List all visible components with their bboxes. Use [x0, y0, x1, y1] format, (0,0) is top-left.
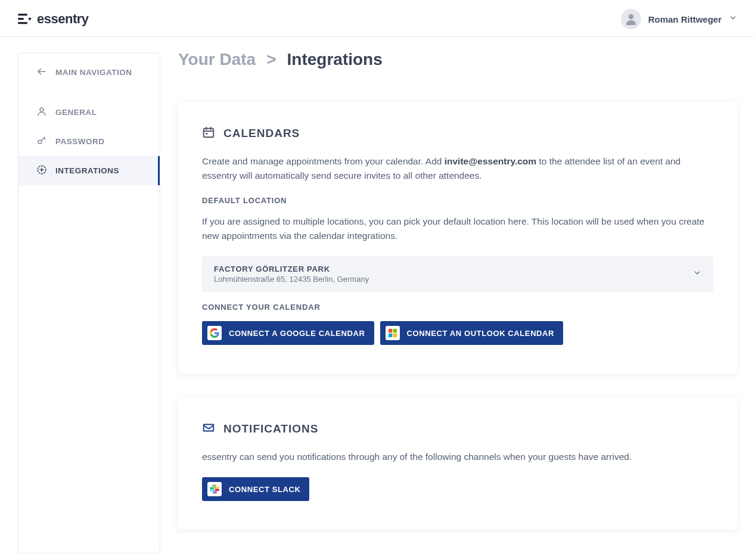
page-title: Integrations [287, 50, 383, 69]
location-name: FACTORY GÖRLITZER PARK [214, 265, 369, 273]
button-label: CONNECT SLACK [229, 485, 300, 494]
google-icon [207, 326, 222, 340]
sidebar-item-label: PASSWORD [55, 137, 105, 146]
svg-rect-9 [204, 129, 214, 138]
chevron-down-icon [729, 14, 737, 24]
avatar [621, 9, 641, 29]
svg-rect-15 [393, 329, 396, 332]
sidebar-item-main-navigation[interactable]: MAIN NAVIGATION [18, 58, 160, 87]
brand-name: essentry [37, 11, 89, 27]
svg-point-4 [628, 14, 633, 19]
svg-rect-13 [206, 133, 207, 135]
main-content: Your Data > Integrations CALENDARS Creat… [178, 52, 737, 553]
invite-email: invite@essentry.com [445, 156, 536, 166]
connect-google-calendar-button[interactable]: CONNECT A GOOGLE CALENDAR [202, 321, 374, 345]
section-title-calendars: CALENDARS [223, 127, 300, 140]
sidebar: MAIN NAVIGATION GENERAL PASSWORD INTEGRA… [18, 52, 160, 553]
connect-slack-button[interactable]: CONNECT SLACK [202, 477, 309, 501]
calendars-description: Create and manage appointments from your… [202, 154, 713, 183]
default-location-description: If you are assigned to multiple location… [202, 214, 713, 243]
breadcrumb-separator: > [266, 50, 276, 69]
svg-rect-1 [18, 18, 24, 20]
person-icon [36, 106, 47, 119]
calendars-card: CALENDARS Create and manage appointments… [178, 102, 737, 374]
svg-rect-14 [389, 329, 392, 332]
button-label: CONNECT AN OUTLOOK CALENDAR [407, 329, 555, 338]
app-header: essentry Roman Rittweger [0, 0, 755, 37]
breadcrumb: Your Data > Integrations [178, 50, 737, 69]
breadcrumb-root[interactable]: Your Data [178, 50, 256, 69]
arrow-left-icon [36, 66, 47, 79]
connect-calendar-label: CONNECT YOUR CALENDAR [202, 303, 713, 312]
default-location-select[interactable]: FACTORY GÖRLITZER PARK Lohmühlenstraße 6… [202, 256, 713, 292]
sidebar-item-password[interactable]: PASSWORD [18, 127, 160, 156]
slack-icon [207, 482, 222, 496]
default-location-label: DEFAULT LOCATION [202, 196, 713, 205]
svg-rect-0 [18, 14, 27, 15]
mail-icon [202, 421, 215, 437]
section-title-notifications: NOTIFICATIONS [223, 422, 318, 435]
key-icon [36, 135, 47, 148]
connect-outlook-calendar-button[interactable]: CONNECT AN OUTLOOK CALENDAR [380, 321, 564, 345]
integrations-icon [36, 164, 47, 177]
notifications-card: NOTIFICATIONS essentry can send you noti… [178, 397, 737, 530]
user-name: Roman Rittweger [648, 14, 722, 24]
svg-rect-2 [18, 22, 27, 24]
svg-rect-17 [393, 334, 396, 337]
microsoft-icon [386, 326, 400, 340]
button-label: CONNECT A GOOGLE CALENDAR [229, 329, 365, 338]
chevron-down-icon [693, 269, 701, 279]
notifications-description: essentry can send you notifications thro… [202, 450, 713, 464]
svg-point-6 [40, 108, 44, 111]
svg-point-3 [29, 17, 31, 20]
brand-logo[interactable]: essentry [18, 11, 89, 27]
sidebar-item-general[interactable]: GENERAL [18, 98, 160, 127]
sidebar-item-label: INTEGRATIONS [55, 166, 119, 175]
calendar-icon [202, 126, 215, 141]
sidebar-item-label: GENERAL [55, 108, 97, 117]
essentry-logo-mark [18, 13, 32, 26]
location-address: Lohmühlenstraße 65, 12435 Berlin, German… [214, 275, 369, 284]
sidebar-item-integrations[interactable]: INTEGRATIONS [18, 156, 160, 185]
user-menu[interactable]: Roman Rittweger [621, 9, 737, 29]
sidebar-item-label: MAIN NAVIGATION [55, 68, 132, 77]
svg-rect-16 [389, 334, 392, 337]
